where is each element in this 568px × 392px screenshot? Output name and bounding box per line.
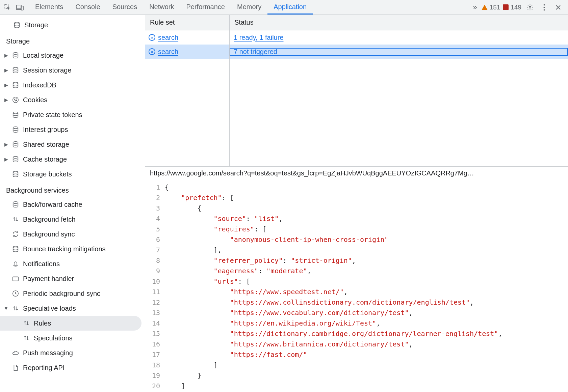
svg-point-14 [15, 101, 16, 101]
tab-elements[interactable]: Elements [29, 0, 69, 15]
sidebar-item-bounce-tracking-mitigations[interactable]: Bounce tracking mitigations [0, 242, 145, 256]
tree-item-label: Reporting API [23, 364, 64, 372]
svg-point-20 [13, 171, 18, 173]
sidebar-item-storage-top[interactable]: Storage [0, 18, 145, 32]
tab-sources[interactable]: Sources [106, 0, 143, 15]
tree-item-label: IndexedDB [23, 81, 56, 89]
tabs-overflow-icon[interactable]: » [469, 3, 481, 12]
ruleset-status-link[interactable]: 7 not triggered [234, 48, 277, 56]
svg-point-18 [13, 142, 18, 144]
sidebar-item-cookies[interactable]: ▶Cookies [0, 92, 145, 107]
source-url-bar[interactable]: https://www.google.com/search?q=test&oq=… [145, 167, 568, 180]
line-number: 10 [145, 276, 165, 287]
sidebar-item-push-messaging[interactable]: Push messaging [0, 345, 145, 360]
sidebar-item-storage-buckets[interactable]: Storage buckets [0, 167, 145, 181]
device-toolbar-icon[interactable] [14, 2, 26, 13]
svg-point-17 [13, 127, 18, 129]
col-ruleset-header[interactable]: Rule set [145, 15, 230, 30]
updown-icon [22, 319, 30, 327]
sidebar-item-local-storage[interactable]: ▶Local storage [0, 48, 145, 63]
ruleset-link[interactable]: search [158, 48, 178, 56]
code-line: 1{ [145, 182, 568, 193]
tab-performance[interactable]: Performance [180, 0, 231, 15]
svg-point-16 [13, 112, 18, 114]
db-icon [11, 155, 20, 163]
sidebar-item-payment-handler[interactable]: Payment handler [0, 271, 145, 286]
sidebar-item-back/forward-cache[interactable]: Back/forward cache [0, 197, 145, 212]
code-line: 6 "anonymous-client-ip-when-cross-origin… [145, 234, 568, 245]
errors-badge[interactable]: 149 [503, 4, 521, 11]
sidebar-item-speculative-loads[interactable]: ▼Speculative loads [0, 301, 145, 316]
sidebar-item-background-sync[interactable]: Background sync [0, 227, 145, 242]
svg-point-8 [13, 53, 18, 55]
tree-item-label: Background sync [23, 230, 75, 238]
kebab-icon[interactable] [538, 2, 550, 13]
caret-icon: ▼ [4, 306, 8, 311]
line-number: 5 [145, 224, 165, 234]
svg-rect-23 [13, 277, 19, 281]
updown-icon [11, 304, 20, 312]
sidebar-item-rules[interactable]: Rules [0, 316, 141, 331]
rule-row[interactable]: ‹› search7 not triggered [145, 45, 568, 59]
db-icon [11, 51, 20, 59]
sidebar-item-indexeddb[interactable]: ▶IndexedDB [0, 78, 145, 92]
caret-icon: ▶ [4, 157, 8, 162]
sidebar-item-cache-storage[interactable]: ▶Cache storage [0, 152, 145, 167]
line-number: 8 [145, 255, 165, 266]
errors-count: 149 [511, 4, 521, 11]
rule-row[interactable]: ‹› search1 ready, 1 failure [145, 30, 568, 45]
code-line: 17 "https://fast.com/" [145, 349, 568, 360]
tree-item-label: Storage buckets [23, 170, 72, 178]
tree-item-label: Shared storage [23, 141, 69, 148]
application-sidebar[interactable]: StorageStorage▶Local storage▶Session sto… [0, 15, 145, 392]
code-line: 2 "prefetch": [ [145, 193, 568, 203]
ruleset-status-link[interactable]: 1 ready, 1 failure [234, 34, 284, 41]
svg-point-7 [15, 22, 20, 24]
line-number: 6 [145, 234, 165, 245]
sidebar-item-shared-storage[interactable]: ▶Shared storage [0, 137, 145, 152]
code-line: 11 "https://www.speedtest.net/", [145, 287, 568, 297]
tree-item-label: Back/forward cache [23, 201, 82, 208]
line-number: 19 [145, 370, 165, 381]
svg-point-6 [543, 9, 545, 10]
sidebar-item-reporting-api[interactable]: Reporting API [0, 360, 145, 375]
svg-point-19 [13, 157, 18, 159]
sidebar-item-notifications[interactable]: Notifications [0, 256, 145, 271]
tab-memory[interactable]: Memory [231, 0, 267, 15]
close-icon[interactable] [552, 2, 564, 13]
db-icon [11, 245, 20, 253]
line-number: 20 [145, 381, 165, 391]
col-status-header[interactable]: Status [230, 15, 568, 30]
sidebar-item-background-fetch[interactable]: Background fetch [0, 212, 145, 227]
caret-icon: ▶ [4, 67, 8, 73]
svg-point-3 [529, 6, 531, 8]
svg-point-13 [16, 99, 17, 99]
code-line: 16 "https://www.britannica.com/dictionar… [145, 339, 568, 349]
db-icon [11, 140, 20, 148]
tree-item-label: Speculative loads [23, 305, 76, 312]
sidebar-item-speculations[interactable]: Speculations [0, 331, 145, 345]
tab-network[interactable]: Network [143, 0, 180, 15]
warnings-badge[interactable]: 151 [482, 4, 500, 11]
code-line: 5 "requires": [ [145, 224, 568, 234]
tab-console[interactable]: Console [69, 0, 106, 15]
json-source-viewer[interactable]: 1{2 "prefetch": [3 {4 "source": "list",5… [145, 180, 568, 392]
tab-application[interactable]: Application [267, 0, 313, 15]
db-icon [13, 21, 21, 29]
svg-rect-1 [17, 5, 21, 9]
sidebar-item-session-storage[interactable]: ▶Session storage [0, 63, 145, 78]
sidebar-item-private-state-tokens[interactable]: Private state tokens [0, 107, 145, 122]
tree-item-label: Bounce tracking mitigations [23, 245, 106, 253]
db-icon [11, 125, 20, 134]
svg-point-21 [13, 202, 18, 204]
code-line: 4 "source": "list", [145, 214, 568, 224]
sidebar-item-interest-groups[interactable]: Interest groups [0, 122, 145, 137]
line-number: 17 [145, 349, 165, 360]
caret-icon: ▶ [4, 82, 8, 88]
gear-icon[interactable] [524, 2, 536, 13]
line-number: 3 [145, 203, 165, 214]
code-line: 10 "urls": [ [145, 276, 568, 287]
inspect-icon[interactable] [2, 2, 14, 13]
sidebar-item-periodic-background-sync[interactable]: Periodic background sync [0, 286, 145, 301]
ruleset-link[interactable]: search [158, 34, 178, 41]
